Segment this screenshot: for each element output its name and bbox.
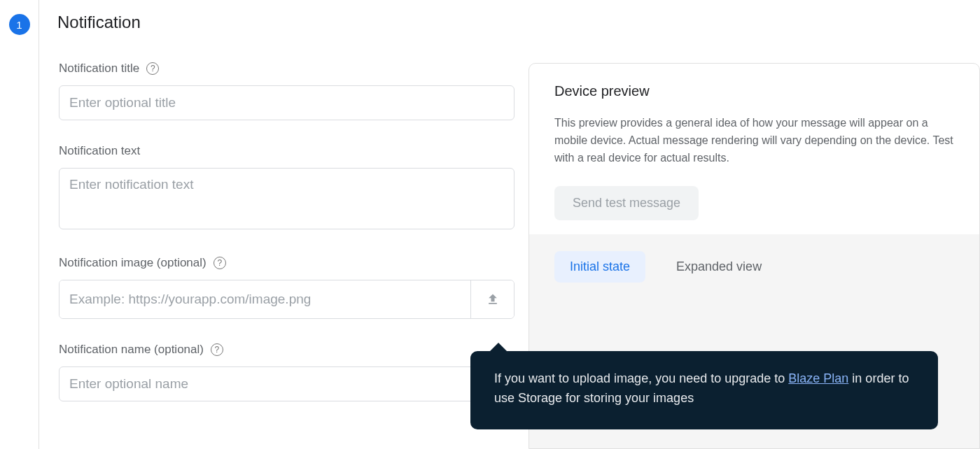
tab-expanded-view[interactable]: Expanded view [661, 251, 777, 283]
field-text: Notification text [59, 144, 514, 232]
field-name: Notification name (optional) [59, 343, 514, 401]
title-input[interactable] [59, 85, 514, 120]
field-name-label: Notification name (optional) [59, 343, 204, 357]
field-text-label: Notification text [59, 144, 140, 158]
blaze-plan-link[interactable]: Blaze Plan [788, 371, 848, 385]
help-icon[interactable] [214, 257, 226, 269]
tab-initial-state[interactable]: Initial state [554, 251, 645, 283]
field-image-label: Notification image (optional) [59, 256, 206, 270]
help-icon[interactable] [211, 343, 223, 356]
step-badge: 1 [9, 14, 30, 35]
tooltip-text-before: If you want to upload image, you need to… [494, 371, 788, 385]
name-input[interactable] [59, 366, 514, 401]
text-input[interactable] [59, 168, 514, 229]
send-test-message-button[interactable]: Send test message [554, 186, 699, 220]
field-title-label: Notification title [59, 62, 139, 76]
field-title: Notification title [59, 62, 514, 120]
section-title: Notification [57, 13, 514, 32]
field-image: Notification image (optional) [59, 256, 514, 319]
image-url-input[interactable] [59, 280, 470, 318]
upload-button[interactable] [470, 280, 514, 318]
preview-description: This preview provides a general idea of … [554, 115, 954, 166]
help-icon[interactable] [146, 62, 159, 75]
upload-tooltip: If you want to upload image, you need to… [470, 351, 938, 429]
preview-heading: Device preview [554, 83, 954, 99]
upload-icon [486, 292, 500, 306]
notification-form: Notification Notification title Notifica… [38, 0, 528, 449]
